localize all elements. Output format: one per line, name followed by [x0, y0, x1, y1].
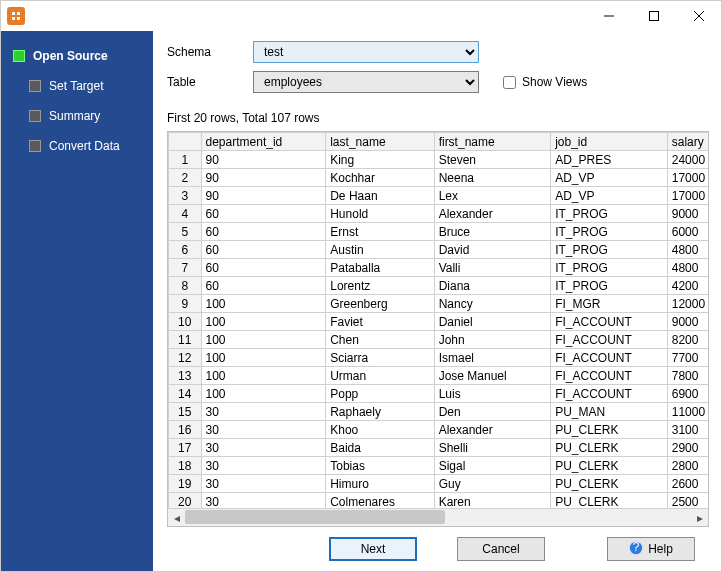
cell[interactable]: Greenberg: [326, 295, 434, 313]
table-row[interactable]: 13100UrmanJose ManuelFI_ACCOUNT7800JMURM…: [169, 367, 709, 385]
cell[interactable]: Guy: [434, 475, 551, 493]
cell[interactable]: PU_CLERK: [551, 457, 668, 475]
cell[interactable]: Ernst: [326, 223, 434, 241]
table-row[interactable]: 2030ColmenaresKarenPU_CLERK2500KCOLMENA1…: [169, 493, 709, 509]
cell[interactable]: John: [434, 331, 551, 349]
cell[interactable]: 100: [201, 367, 326, 385]
cell[interactable]: AD_VP: [551, 187, 668, 205]
cell[interactable]: 6000: [667, 223, 708, 241]
cell[interactable]: 2600: [667, 475, 708, 493]
cell[interactable]: 30: [201, 403, 326, 421]
help-button[interactable]: ? Help: [607, 537, 695, 561]
cell[interactable]: 60: [201, 223, 326, 241]
cell[interactable]: IT_PROG: [551, 277, 668, 295]
cell[interactable]: IT_PROG: [551, 223, 668, 241]
cell[interactable]: David: [434, 241, 551, 259]
cell[interactable]: 9000: [667, 205, 708, 223]
table-row[interactable]: 290KochharNeenaAD_VP17000NKOCHHAR100: [169, 169, 709, 187]
table-row[interactable]: 14100PoppLuisFI_ACCOUNT6900LPOPP108: [169, 385, 709, 403]
table-row[interactable]: 1930HimuroGuyPU_CLERK2600GHIMURO114: [169, 475, 709, 493]
cell[interactable]: Steven: [434, 151, 551, 169]
cell[interactable]: Shelli: [434, 439, 551, 457]
cell[interactable]: PU_CLERK: [551, 475, 668, 493]
sidebar-step-1[interactable]: Set Target: [1, 71, 153, 101]
cell[interactable]: Baida: [326, 439, 434, 457]
scroll-right-icon[interactable]: ▸: [691, 509, 708, 526]
cell[interactable]: 60: [201, 241, 326, 259]
cell[interactable]: 30: [201, 439, 326, 457]
cell[interactable]: Luis: [434, 385, 551, 403]
cell[interactable]: 3100: [667, 421, 708, 439]
col-header[interactable]: first_name: [434, 133, 551, 151]
cell[interactable]: Den: [434, 403, 551, 421]
show-views-checkbox[interactable]: Show Views: [503, 75, 587, 89]
cell[interactable]: Sigal: [434, 457, 551, 475]
table-row[interactable]: 1730BaidaShelliPU_CLERK2900SBAIDA114: [169, 439, 709, 457]
cell[interactable]: 12000: [667, 295, 708, 313]
cell[interactable]: Jose Manuel: [434, 367, 551, 385]
cell[interactable]: IT_PROG: [551, 241, 668, 259]
cell[interactable]: Neena: [434, 169, 551, 187]
cell[interactable]: 7700: [667, 349, 708, 367]
cell[interactable]: IT_PROG: [551, 205, 668, 223]
table-row[interactable]: 390De HaanLexAD_VP17000LDEHAAN100: [169, 187, 709, 205]
cell[interactable]: Alexander: [434, 421, 551, 439]
cell[interactable]: 7800: [667, 367, 708, 385]
cell[interactable]: 90: [201, 151, 326, 169]
cell[interactable]: PU_CLERK: [551, 421, 668, 439]
cell[interactable]: 60: [201, 277, 326, 295]
cell[interactable]: 60: [201, 205, 326, 223]
cell[interactable]: Bruce: [434, 223, 551, 241]
cell[interactable]: Popp: [326, 385, 434, 403]
cell[interactable]: 100: [201, 385, 326, 403]
cell[interactable]: 24000: [667, 151, 708, 169]
table-row[interactable]: 1530RaphaelyDenPU_MAN11000DRAPHEAL100: [169, 403, 709, 421]
cell[interactable]: Lorentz: [326, 277, 434, 295]
col-header[interactable]: job_id: [551, 133, 668, 151]
cell[interactable]: FI_MGR: [551, 295, 668, 313]
cell[interactable]: 60: [201, 259, 326, 277]
cell[interactable]: Daniel: [434, 313, 551, 331]
cell[interactable]: Tobias: [326, 457, 434, 475]
cell[interactable]: Karen: [434, 493, 551, 509]
cell[interactable]: Alexander: [434, 205, 551, 223]
cell[interactable]: King: [326, 151, 434, 169]
table-row[interactable]: 860LorentzDianaIT_PROG4200DLORENTZ103: [169, 277, 709, 295]
cell[interactable]: Hunold: [326, 205, 434, 223]
table-row[interactable]: 190KingStevenAD_PRES24000SKINGnull: [169, 151, 709, 169]
minimize-button[interactable]: [586, 1, 631, 31]
cell[interactable]: Nancy: [434, 295, 551, 313]
cell[interactable]: PU_MAN: [551, 403, 668, 421]
cell[interactable]: 90: [201, 187, 326, 205]
cell[interactable]: Colmenares: [326, 493, 434, 509]
sidebar-step-3[interactable]: Convert Data: [1, 131, 153, 161]
schema-select[interactable]: test: [253, 41, 479, 63]
cell[interactable]: 90: [201, 169, 326, 187]
cell[interactable]: 2900: [667, 439, 708, 457]
table-row[interactable]: 760PataballaValliIT_PROG4800VPATABAL103: [169, 259, 709, 277]
cell[interactable]: Himuro: [326, 475, 434, 493]
cell[interactable]: Faviet: [326, 313, 434, 331]
cell[interactable]: FI_ACCOUNT: [551, 331, 668, 349]
cell[interactable]: FI_ACCOUNT: [551, 385, 668, 403]
cell[interactable]: 100: [201, 313, 326, 331]
cell[interactable]: 11000: [667, 403, 708, 421]
cell[interactable]: 8200: [667, 331, 708, 349]
cell[interactable]: Valli: [434, 259, 551, 277]
show-views-input[interactable]: [503, 76, 516, 89]
cell[interactable]: De Haan: [326, 187, 434, 205]
cancel-button[interactable]: Cancel: [457, 537, 545, 561]
cell[interactable]: Diana: [434, 277, 551, 295]
cell[interactable]: 30: [201, 421, 326, 439]
cell[interactable]: 30: [201, 493, 326, 509]
cell[interactable]: Austin: [326, 241, 434, 259]
cell[interactable]: 17000: [667, 187, 708, 205]
sidebar-step-2[interactable]: Summary: [1, 101, 153, 131]
table-select[interactable]: employees: [253, 71, 479, 93]
scroll-left-icon[interactable]: ◂: [168, 509, 185, 526]
table-row[interactable]: 11100ChenJohnFI_ACCOUNT8200JCHEN108: [169, 331, 709, 349]
cell[interactable]: 100: [201, 295, 326, 313]
table-row[interactable]: 1630KhooAlexanderPU_CLERK3100AKHOO114: [169, 421, 709, 439]
cell[interactable]: 100: [201, 349, 326, 367]
cell[interactable]: AD_VP: [551, 169, 668, 187]
